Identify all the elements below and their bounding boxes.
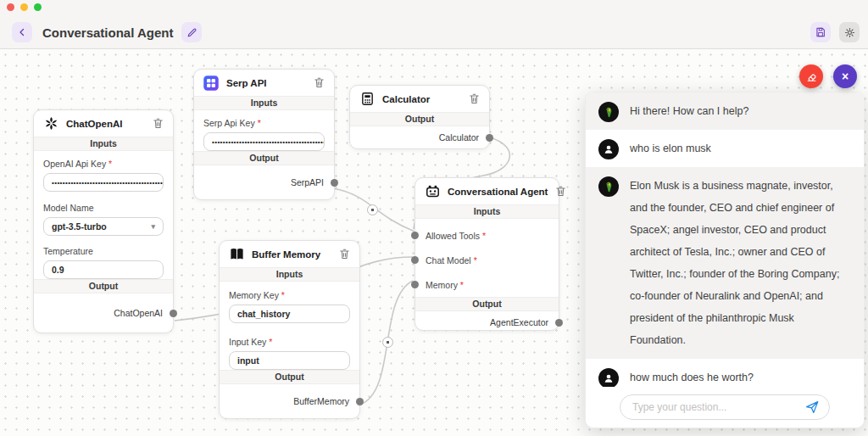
trash-icon[interactable] xyxy=(554,185,567,198)
trash-icon[interactable] xyxy=(338,248,351,260)
input-anchor-row: Chat Model * xyxy=(415,248,559,272)
input-anchor-row: Allowed Tools * xyxy=(415,223,559,248)
chat-message-bot: Elon Musk is a business magnate, investo… xyxy=(586,167,864,359)
chat-message-user: who is elon musk xyxy=(586,130,864,167)
close-icon: × xyxy=(842,70,849,83)
node-title: Serp API xyxy=(226,78,306,88)
field-label: Model Name xyxy=(43,203,164,213)
node-chatopenai[interactable]: ChatOpenAI Inputs OpenAI Api Key * •••••… xyxy=(33,109,174,333)
robot-icon xyxy=(424,183,441,200)
memory-key-input[interactable]: chat_history xyxy=(229,305,350,323)
serp-api-key-input[interactable]: ••••••••••••••••••••••••••••••••••••••••… xyxy=(203,132,325,151)
user-avatar xyxy=(598,368,619,387)
pencil-icon xyxy=(186,27,198,38)
openai-icon xyxy=(42,115,59,132)
message-text: Elon Musk is a business magnate, investo… xyxy=(630,175,840,351)
message-text: who is elon musk xyxy=(630,137,711,159)
top-bar: Conversational Agent xyxy=(0,0,868,49)
inputs-band: Inputs xyxy=(415,204,559,219)
node-title: Buffer Memory xyxy=(252,249,331,260)
node-title: Conversational Agent xyxy=(448,187,548,197)
output-anchor-row: AgentExecutor xyxy=(415,311,559,333)
parrot-icon xyxy=(603,181,615,193)
chat-message-list[interactable]: Hi there! How can I help? who is elon mu… xyxy=(586,92,864,387)
node-buffermemory[interactable]: Buffer Memory Inputs Memory Key * chat_h… xyxy=(219,240,360,419)
chevron-down-icon: ▾ xyxy=(151,218,155,235)
field-label: Temperature xyxy=(43,246,164,256)
send-icon[interactable] xyxy=(804,400,820,415)
chat-question-input[interactable] xyxy=(620,394,830,420)
inputs-band: Inputs xyxy=(220,267,359,282)
node-calculator[interactable]: Calculator Output Calculator xyxy=(349,85,490,149)
output-anchor-dot[interactable] xyxy=(170,310,177,317)
input-anchor-dot[interactable] xyxy=(411,281,419,288)
chat-message-bot: Hi there! How can I help? xyxy=(586,92,864,130)
input-anchor-dot[interactable] xyxy=(411,232,419,239)
chat-message-user: how much does he worth? xyxy=(586,359,864,387)
openai-api-key-input[interactable]: ••••••••••••••••••••••••••••••••••••••••… xyxy=(43,173,164,192)
window-close-icon[interactable] xyxy=(7,3,14,11)
chevron-left-icon xyxy=(17,27,27,37)
edge-button-serpapi[interactable] xyxy=(367,204,378,215)
field-label: Input Key * xyxy=(229,337,350,347)
parrot-icon xyxy=(603,106,615,119)
output-anchor-dot[interactable] xyxy=(356,398,364,405)
output-anchor-dot[interactable] xyxy=(486,134,493,142)
window-minimize-icon[interactable] xyxy=(20,3,28,11)
output-band: Output xyxy=(194,151,334,165)
settings-button[interactable] xyxy=(839,22,860,42)
close-chat-button[interactable]: × xyxy=(833,64,857,88)
node-title: Calculator xyxy=(382,94,461,104)
save-flow-button[interactable] xyxy=(810,22,831,42)
window-zoom-icon[interactable] xyxy=(34,3,42,11)
user-avatar xyxy=(598,139,619,159)
flow-canvas[interactable]: ChatOpenAI Inputs OpenAI Api Key * •••••… xyxy=(0,49,868,436)
model-name-select[interactable]: gpt-3.5-turbo ▾ xyxy=(43,217,164,236)
output-band: Output xyxy=(415,297,559,311)
app-window: Conversational Agent xyxy=(0,0,868,436)
bot-avatar xyxy=(598,102,619,122)
node-conversational-agent[interactable]: Conversational Agent Inputs Allowed Tool… xyxy=(415,177,559,331)
temperature-input[interactable]: 0.9 xyxy=(43,260,164,279)
output-anchor-dot[interactable] xyxy=(555,319,563,327)
inputs-band: Inputs xyxy=(194,96,334,110)
chat-panel: Hi there! How can I help? who is elon mu… xyxy=(585,92,865,428)
person-icon xyxy=(603,372,615,384)
input-anchor-dot[interactable] xyxy=(411,256,419,264)
edit-title-button[interactable] xyxy=(181,22,202,42)
node-serpapi[interactable]: Serp API Inputs Serp Api Key * •••••••••… xyxy=(193,69,335,200)
calculator-icon xyxy=(359,91,376,108)
book-icon xyxy=(228,246,245,263)
window-controls xyxy=(7,3,42,11)
output-anchor-dot[interactable] xyxy=(331,179,338,187)
bot-avatar xyxy=(598,176,619,197)
output-band: Output xyxy=(220,370,359,384)
output-band: Output xyxy=(350,112,489,126)
field-label: OpenAI Api Key * xyxy=(43,159,164,169)
output-anchor-row: SerpAPI xyxy=(194,165,334,199)
output-anchor-row: ChatOpenAI xyxy=(34,293,173,333)
message-text: Hi there! How can I help? xyxy=(630,100,748,122)
field-label: Memory Key * xyxy=(229,290,350,300)
edge-button-buffermemory[interactable] xyxy=(382,337,393,348)
save-icon xyxy=(815,26,826,38)
input-anchor-row: Memory * xyxy=(415,272,559,297)
message-text: how much does he worth? xyxy=(630,366,754,387)
field-label: Serp Api Key * xyxy=(203,118,325,128)
trash-icon[interactable] xyxy=(468,92,481,105)
back-button[interactable] xyxy=(12,22,32,42)
trash-icon[interactable] xyxy=(313,76,326,89)
clear-chat-button[interactable] xyxy=(799,64,823,88)
output-anchor-row: Calculator xyxy=(350,126,489,148)
gear-icon xyxy=(843,26,856,39)
inputs-band: Inputs xyxy=(34,137,173,151)
node-title: ChatOpenAI xyxy=(66,119,145,129)
input-key-input[interactable]: input xyxy=(229,351,350,370)
output-band: Output xyxy=(34,279,173,293)
person-icon xyxy=(603,143,615,155)
output-anchor-row: BufferMemory xyxy=(220,384,359,418)
page-title: Conversational Agent xyxy=(42,25,173,40)
chat-footer xyxy=(586,387,864,428)
eraser-icon xyxy=(805,70,818,83)
trash-icon[interactable] xyxy=(152,117,164,130)
